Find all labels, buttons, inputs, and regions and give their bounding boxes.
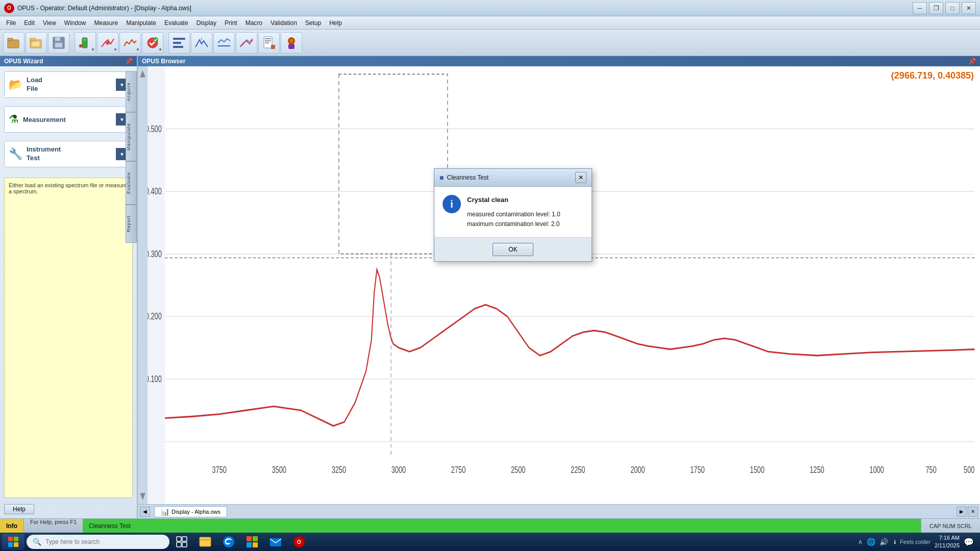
browser-pin-icon[interactable]: 📌 [968, 58, 976, 65]
restore-button[interactable]: ❐ [929, 2, 943, 14]
manipulate-tab[interactable]: Manipulate [126, 112, 137, 161]
wizard-panel-title: OPUS Wizard 📌 [0, 56, 137, 66]
svg-rect-67 [182, 542, 187, 547]
svg-rect-62 [8, 542, 13, 547]
tab-next-btn[interactable]: ▶ [957, 507, 967, 517]
tab-nav-left[interactable]: ◀ [140, 507, 150, 517]
menu-window[interactable]: Window [60, 18, 90, 28]
tab-prev-btn[interactable]: ◀ [140, 507, 150, 517]
svg-point-10 [79, 44, 82, 47]
load-file-section: 📂 LoadFile ▼ [4, 71, 133, 98]
right-status-indicators: CAP NUM SCRL [921, 519, 980, 533]
taskbar-opus-btn[interactable]: O [288, 534, 310, 550]
chart-area: (2966.719, 0.40385) 0.500 0.400 [138, 66, 980, 504]
menu-macro[interactable]: Macro [241, 18, 266, 28]
menu-bar: File Edit View Window Measure Manipulate… [0, 16, 980, 30]
clock[interactable]: 7:16 AM 2/11/2025 [935, 534, 960, 550]
menu-help[interactable]: Help [325, 18, 346, 28]
toolbar-check-btn[interactable]: ▼ [142, 32, 163, 54]
svg-rect-25 [288, 44, 295, 49]
menu-print[interactable]: Print [220, 18, 241, 28]
toolbar: ▼ ▼ ▼ ▼ [0, 30, 980, 56]
svg-text:0.500: 0.500 [145, 123, 162, 134]
toolbar-save-btn[interactable] [48, 32, 69, 54]
browser-panel: OPUS Browser 📌 (2966.719, 0.40385) [138, 56, 980, 518]
svg-rect-3 [30, 38, 35, 41]
svg-text:1000: 1000 [870, 464, 885, 474]
toolbar-folder-btn[interactable] [26, 32, 47, 54]
svg-text:2250: 2250 [571, 464, 585, 474]
task-view-btn[interactable] [170, 534, 193, 550]
search-bar[interactable]: 🔍 [27, 535, 169, 549]
toolbar-chart-btn[interactable]: ▼ [97, 32, 118, 54]
toolbar-report-btn[interactable] [258, 32, 280, 54]
measurement-section: ⚗ Measurement ▼ [4, 106, 133, 133]
toolbar-align-btn[interactable] [168, 32, 190, 54]
cleanness-test-dialog: ■ Cleanness Test ✕ i Crystal clean measu… [434, 168, 592, 262]
svg-rect-76 [270, 538, 281, 546]
evaluate-tab[interactable]: Evaluate [126, 161, 137, 205]
svg-rect-64 [177, 537, 181, 541]
instrument-test-content[interactable]: 🔧 InstrumentTest ▼ [5, 141, 132, 167]
menu-validation[interactable]: Validation [266, 18, 301, 28]
menu-manipulate[interactable]: Manipulate [122, 18, 160, 28]
display-alpha-tab[interactable]: 📊 Display - Alpha.ows [154, 506, 227, 517]
search-input[interactable] [45, 538, 158, 545]
menu-file[interactable]: File [2, 18, 20, 28]
measurement-label: Measurement [23, 116, 116, 123]
close-button[interactable]: ✕ [962, 2, 976, 14]
acquire-tab[interactable]: Acquire [126, 71, 137, 112]
toolbar-open-btn[interactable] [3, 32, 24, 54]
dialog-title-icon: ■ [439, 173, 444, 182]
taskbar-edge-btn[interactable] [217, 534, 240, 550]
menu-display[interactable]: Display [192, 18, 220, 28]
svg-text:0.300: 0.300 [145, 249, 162, 259]
minimize-button[interactable]: ─ [913, 2, 927, 14]
weather-text: Feels colder [900, 539, 930, 545]
side-tabs: Acquire Manipulate Evaluate Report [126, 71, 137, 243]
menu-view[interactable]: View [39, 18, 60, 28]
thermometer-icon: 🌡 [892, 539, 898, 545]
maximize-button[interactable]: □ [945, 2, 960, 14]
taskbar-chevron[interactable]: ∧ [858, 538, 863, 545]
svg-rect-73 [253, 536, 258, 541]
svg-text:0.200: 0.200 [145, 311, 162, 321]
dialog-close-button[interactable]: ✕ [575, 172, 586, 183]
info-tab[interactable]: Info [0, 519, 24, 533]
volume-icon[interactable]: 🔊 [879, 538, 888, 546]
toolbar-multiplot-btn[interactable] [236, 32, 257, 54]
toolbar-baseline-btn[interactable] [213, 32, 235, 54]
keyboard-indicators: CAP NUM SCRL [929, 523, 972, 529]
svg-text:O: O [297, 539, 301, 545]
taskbar-store-btn[interactable] [241, 534, 263, 550]
toolbar-measure-btn[interactable]: ▼ [75, 32, 96, 54]
taskbar-mail-btn[interactable] [264, 534, 287, 550]
svg-rect-74 [247, 542, 252, 547]
ok-button[interactable]: OK [493, 243, 533, 256]
cleanness-status: Cleanness Test [83, 519, 921, 533]
toolbar-spectrum-btn[interactable]: ▼ [119, 32, 141, 54]
menu-edit[interactable]: Edit [20, 18, 39, 28]
load-file-content[interactable]: 📂 LoadFile ▼ [5, 72, 132, 97]
wizard-pin-icon[interactable]: 📌 [125, 58, 133, 65]
cleanness-status-text: Cleanness Test [89, 522, 131, 530]
toolbar-peaks-btn[interactable] [191, 32, 212, 54]
taskbar-explorer-btn[interactable] [194, 534, 216, 550]
menu-setup[interactable]: Setup [301, 18, 325, 28]
menu-evaluate[interactable]: Evaluate [160, 18, 192, 28]
measurement-content[interactable]: ⚗ Measurement ▼ [5, 107, 132, 132]
tab-close-btn[interactable]: ✕ [968, 507, 978, 517]
report-tab[interactable]: Report [126, 205, 137, 243]
start-button[interactable] [2, 534, 24, 550]
help-button[interactable]: Help [4, 504, 34, 514]
svg-rect-9 [83, 39, 86, 41]
status-help-text: For Help, press F1 [24, 519, 83, 533]
load-file-icon: 📂 [9, 78, 22, 91]
svg-rect-57 [138, 66, 148, 504]
notification-btn[interactable]: 💬 [964, 537, 974, 547]
svg-rect-4 [32, 42, 39, 46]
opus-logo: O [4, 3, 14, 13]
svg-point-71 [223, 536, 234, 547]
menu-measure[interactable]: Measure [90, 18, 122, 28]
toolbar-wizard-btn[interactable] [281, 32, 302, 54]
